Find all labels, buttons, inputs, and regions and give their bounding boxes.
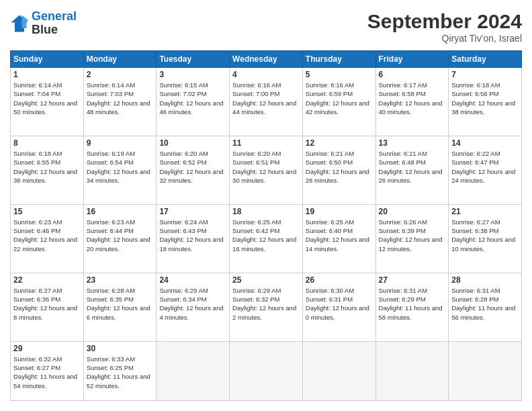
- day-25: 25 Sunrise: 6:29 AMSunset: 6:32 PMDaylig…: [230, 273, 303, 341]
- day-3: 3 Sunrise: 6:15 AMSunset: 7:02 PMDayligh…: [157, 68, 230, 136]
- day-16: 16 Sunrise: 6:23 AMSunset: 6:44 PMDaylig…: [83, 204, 157, 273]
- day-empty-4: [375, 341, 449, 400]
- col-friday: Friday: [375, 51, 449, 68]
- location-title: Qiryat Tiv'on, Israel: [367, 33, 522, 44]
- day-10: 10 Sunrise: 6:20 AMSunset: 6:52 PMDaylig…: [157, 136, 230, 204]
- day-18: 18 Sunrise: 6:25 AMSunset: 6:42 PMDaylig…: [230, 204, 303, 273]
- day-13: 13 Sunrise: 6:21 AMSunset: 6:48 PMDaylig…: [375, 136, 449, 204]
- day-2: 2 Sunrise: 6:14 AMSunset: 7:03 PMDayligh…: [83, 68, 157, 136]
- table-row: 29 Sunrise: 6:32 AMSunset: 6:27 PMDaylig…: [11, 341, 522, 400]
- table-row: 8 Sunrise: 6:18 AMSunset: 6:55 PMDayligh…: [11, 136, 522, 204]
- table-row: 15 Sunrise: 6:23 AMSunset: 6:46 PMDaylig…: [11, 204, 522, 273]
- day-7: 7 Sunrise: 6:18 AMSunset: 6:56 PMDayligh…: [449, 68, 522, 136]
- table-row: 1 Sunrise: 6:14 AMSunset: 7:04 PMDayligh…: [11, 68, 522, 136]
- day-11: 11 Sunrise: 6:20 AMSunset: 6:51 PMDaylig…: [230, 136, 303, 204]
- day-6: 6 Sunrise: 6:17 AMSunset: 6:58 PMDayligh…: [375, 68, 449, 136]
- day-4: 4 Sunrise: 6:16 AMSunset: 7:00 PMDayligh…: [230, 68, 303, 136]
- calendar-table: Sunday Monday Tuesday Wednesday Thursday…: [10, 50, 522, 401]
- day-empty-2: [230, 341, 303, 400]
- logo-text: GeneralBlue: [32, 10, 77, 37]
- calendar-header-row: Sunday Monday Tuesday Wednesday Thursday…: [11, 51, 522, 68]
- page: GeneralBlue September 2024 Qiryat Tiv'on…: [0, 0, 532, 411]
- day-24: 24 Sunrise: 6:29 AMSunset: 6:34 PMDaylig…: [157, 273, 230, 341]
- header: GeneralBlue September 2024 Qiryat Tiv'on…: [10, 10, 522, 44]
- day-30: 30 Sunrise: 6:33 AMSunset: 6:25 PMDaylig…: [83, 341, 157, 400]
- day-empty-1: [157, 341, 230, 400]
- day-15: 15 Sunrise: 6:23 AMSunset: 6:46 PMDaylig…: [11, 204, 84, 273]
- day-empty-5: [449, 341, 522, 400]
- col-tuesday: Tuesday: [157, 51, 230, 68]
- title-section: September 2024 Qiryat Tiv'on, Israel: [367, 10, 522, 44]
- day-28: 28 Sunrise: 6:31 AMSunset: 6:28 PMDaylig…: [449, 273, 522, 341]
- day-8: 8 Sunrise: 6:18 AMSunset: 6:55 PMDayligh…: [11, 136, 84, 204]
- day-22: 22 Sunrise: 6:27 AMSunset: 6:36 PMDaylig…: [11, 273, 84, 341]
- day-27: 27 Sunrise: 6:31 AMSunset: 6:29 PMDaylig…: [375, 273, 449, 341]
- day-12: 12 Sunrise: 6:21 AMSunset: 6:50 PMDaylig…: [302, 136, 375, 204]
- day-9: 9 Sunrise: 6:19 AMSunset: 6:54 PMDayligh…: [83, 136, 157, 204]
- logo: GeneralBlue: [10, 10, 77, 37]
- day-26: 26 Sunrise: 6:30 AMSunset: 6:31 PMDaylig…: [302, 273, 375, 341]
- day-empty-3: [302, 341, 375, 400]
- table-row: 22 Sunrise: 6:27 AMSunset: 6:36 PMDaylig…: [11, 273, 522, 341]
- day-14: 14 Sunrise: 6:22 AMSunset: 6:47 PMDaylig…: [449, 136, 522, 204]
- day-20: 20 Sunrise: 6:26 AMSunset: 6:39 PMDaylig…: [375, 204, 449, 273]
- day-5: 5 Sunrise: 6:16 AMSunset: 6:59 PMDayligh…: [302, 68, 375, 136]
- day-17: 17 Sunrise: 6:24 AMSunset: 6:43 PMDaylig…: [157, 204, 230, 273]
- col-wednesday: Wednesday: [230, 51, 303, 68]
- svg-marker-1: [22, 15, 30, 28]
- month-title: September 2024: [367, 10, 522, 33]
- day-23: 23 Sunrise: 6:28 AMSunset: 6:35 PMDaylig…: [83, 273, 157, 341]
- logo-icon: [10, 14, 29, 33]
- day-21: 21 Sunrise: 6:27 AMSunset: 6:38 PMDaylig…: [449, 204, 522, 273]
- col-monday: Monday: [83, 51, 157, 68]
- col-thursday: Thursday: [302, 51, 375, 68]
- day-29: 29 Sunrise: 6:32 AMSunset: 6:27 PMDaylig…: [11, 341, 84, 400]
- day-1: 1 Sunrise: 6:14 AMSunset: 7:04 PMDayligh…: [11, 68, 84, 136]
- col-sunday: Sunday: [11, 51, 84, 68]
- day-19: 19 Sunrise: 6:25 AMSunset: 6:40 PMDaylig…: [302, 204, 375, 273]
- col-saturday: Saturday: [449, 51, 522, 68]
